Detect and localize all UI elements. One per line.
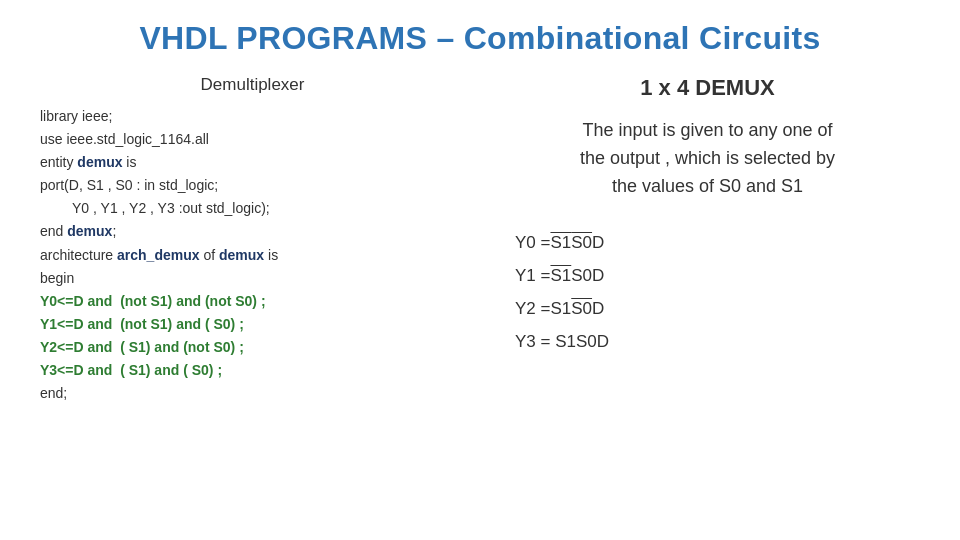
demux-title: 1 x 4 DEMUX (640, 75, 775, 101)
page-title: VHDL PROGRAMS – Combinational Circuits (40, 20, 920, 57)
code-line-6: end demux; (40, 220, 465, 243)
equation-y3: Y3 = S1S0D (515, 328, 609, 355)
desc-line2: the output , which is selected by (580, 148, 835, 168)
equations-block: Y0 = S1 S0 D Y1 = S1 S0D Y2 = S1 S0 D (515, 229, 609, 356)
code-line-8: begin (40, 267, 465, 290)
code-line-13: end; (40, 382, 465, 405)
code-line-2: use ieee.std_logic_1164.all (40, 128, 465, 151)
code-line-4: port(D, S1 , S0 : in std_logic; (40, 174, 465, 197)
code-block: library ieee; use ieee.std_logic_1164.al… (40, 105, 465, 405)
equation-y1: Y1 = S1 S0D (515, 262, 609, 289)
equation-y2: Y2 = S1 S0 D (515, 295, 609, 322)
code-line-12: Y3<=D and ( S1) and ( S0) ; (40, 359, 465, 382)
code-line-9: Y0<=D and (not S1) and (not S0) ; (40, 290, 465, 313)
demultiplexer-label: Demultiplexer (40, 75, 465, 95)
code-line-10: Y1<=D and (not S1) and ( S0) ; (40, 313, 465, 336)
equation-y0: Y0 = S1 S0 D (515, 229, 609, 256)
desc-line3: the values of S0 and S1 (612, 176, 803, 196)
code-line-11: Y2<=D and ( S1) and (not S0) ; (40, 336, 465, 359)
code-line-3: entity demux is (40, 151, 465, 174)
desc-line1: The input is given to any one of (582, 120, 832, 140)
code-line-1: library ieee; (40, 105, 465, 128)
right-column: 1 x 4 DEMUX The input is given to any on… (485, 75, 920, 520)
code-line-7: architecture arch_demux of demux is (40, 244, 465, 267)
content-area: Demultiplexer library ieee; use ieee.std… (40, 75, 920, 520)
left-column: Demultiplexer library ieee; use ieee.std… (40, 75, 465, 520)
page: VHDL PROGRAMS – Combinational Circuits D… (0, 0, 960, 540)
code-line-5: Y0 , Y1 , Y2 , Y3 :out std_logic); (40, 197, 465, 220)
description-text: The input is given to any one of the out… (580, 117, 835, 201)
